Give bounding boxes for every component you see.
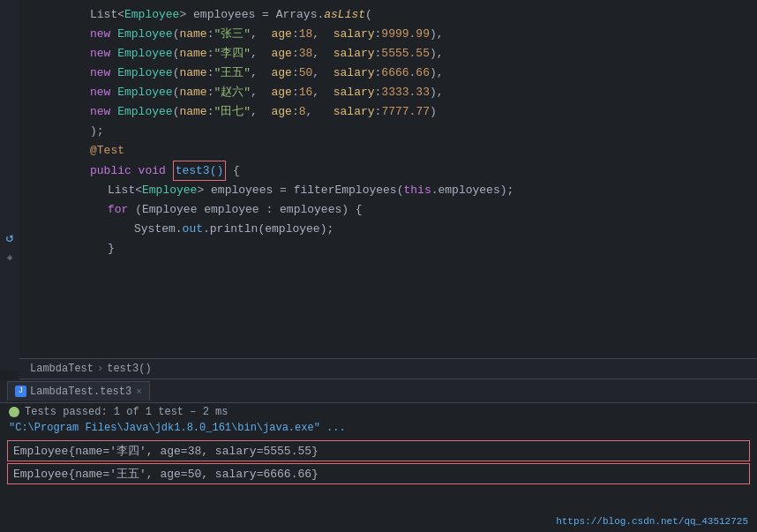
command-line: "C:\Program Files\Java\jdk1.8.0_161\bin\…	[0, 421, 757, 435]
breadcrumb-arrow: ›	[97, 363, 103, 375]
run-info-bar: Tests passed: 1 of 1 test – 2 ms	[0, 403, 757, 421]
code-line-9: public void test3() {	[19, 161, 757, 181]
code-line-6: new Employee( name: "田七", age: 8, salary…	[19, 102, 757, 122]
code-line-13: }	[19, 239, 757, 259]
breadcrumb-class[interactable]: LambdaTest	[30, 363, 94, 375]
tab-close-icon[interactable]: ×	[136, 386, 142, 397]
undo-icon[interactable]: ↺	[5, 229, 13, 246]
bookmark-icon: ◈	[7, 251, 13, 263]
tab-bar: J LambdaTest.test3 ×	[0, 379, 757, 403]
code-line-2: new Employee( name: "张三", age: 18, salar…	[19, 25, 757, 44]
green-status-dot	[9, 407, 19, 417]
tab-label: LambdaTest.test3	[30, 386, 131, 398]
method-name-highlight: test3()	[173, 161, 227, 181]
output-area: Employee{name='李四', age=38, salary=5555.…	[0, 437, 757, 488]
code-line-5: new Employee( name: "赵六", age: 16, salar…	[19, 83, 757, 102]
run-tab[interactable]: J LambdaTest.test3 ×	[7, 381, 150, 401]
code-line-1: List<Employee> employees = Arrays.asList…	[19, 5, 757, 25]
bottom-panel: J LambdaTest.test3 × Tests passed: 1 of …	[0, 379, 757, 532]
code-line-10: List<Employee> employees = filterEmploye…	[19, 181, 757, 200]
code-line-11: for (Employee employee : employees) {	[19, 200, 757, 220]
editor-area: List<Employee> employees = Arrays.asList…	[19, 0, 757, 360]
run-status-text: Tests passed: 1 of 1 test – 2 ms	[25, 406, 228, 418]
breadcrumb-method[interactable]: test3()	[107, 363, 151, 375]
code-line-3: new Employee( name: "李四", age: 38, salar…	[19, 44, 757, 64]
code-line-4: new Employee( name: "王五", age: 50, salar…	[19, 64, 757, 83]
output-line-2: Employee{name='王五', age=50, salary=6666.…	[7, 463, 750, 484]
code-line-12: System.out.println(employee);	[19, 220, 757, 239]
code-line-7: );	[19, 122, 757, 141]
url-link[interactable]: https://blog.csdn.net/qq_43512725	[556, 516, 748, 527]
output-line-1: Employee{name='李四', age=38, salary=5555.…	[7, 440, 750, 461]
command-text: "C:\Program Files\Java\jdk1.8.0_161\bin\…	[9, 422, 346, 434]
code-line-8: @Test	[19, 141, 757, 161]
tab-icon: J	[15, 386, 26, 397]
breadcrumb: LambdaTest › test3()	[19, 358, 757, 379]
